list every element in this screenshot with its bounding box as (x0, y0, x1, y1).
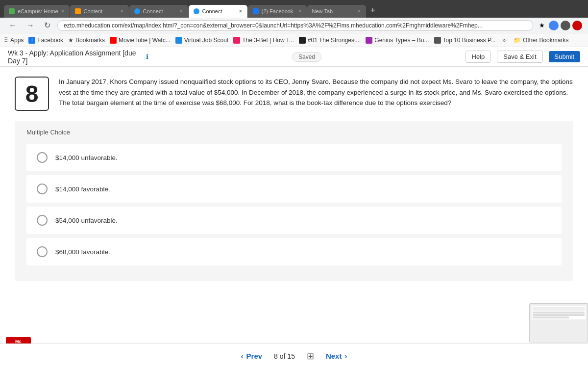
radio-button-2[interactable] (37, 184, 48, 194)
next-arrow-icon: › (344, 352, 347, 360)
tab-favicon (253, 8, 259, 14)
preview-content (532, 306, 586, 319)
extensions-icon (561, 21, 570, 30)
profile-icon (572, 21, 582, 30)
movietube-favicon (110, 37, 117, 44)
tab-close-button[interactable]: × (358, 8, 361, 15)
help-button[interactable]: Help (466, 51, 491, 63)
bookmark-star-icon[interactable]: ★ (537, 21, 547, 30)
question-text: In January 2017, Khors Company issued no… (59, 77, 573, 108)
tab-connect2-active[interactable]: Connect × (189, 5, 247, 18)
top10-favicon (434, 37, 441, 44)
vjs-favicon (175, 37, 182, 44)
save-exit-button[interactable]: Save & Exit (497, 51, 542, 63)
info-icon[interactable]: ℹ (146, 53, 148, 60)
bookmark-3bet[interactable]: The 3-Bet | How T... (233, 37, 294, 44)
tab-close-button[interactable]: × (180, 8, 183, 15)
facebook-favicon: f (28, 37, 35, 44)
prev-button[interactable]: ‹ Prev (241, 352, 263, 360)
tab-newtab[interactable]: New Tab × (307, 5, 366, 18)
bookmark-strongest[interactable]: #01 The Strongest... (299, 37, 361, 44)
radio-button-1[interactable] (37, 152, 48, 163)
option-1-text: $14,000 unfavorable. (55, 154, 118, 161)
3bet-favicon (233, 37, 240, 44)
question-number: 8 (15, 77, 49, 111)
tab-facebook[interactable]: (2) Facebook × (248, 5, 307, 18)
main-content: 8 In January 2017, Khors Company issued … (0, 67, 588, 291)
option-2[interactable]: $14,000 favorable. (26, 175, 562, 203)
tab-close-button[interactable]: × (298, 8, 302, 15)
radio-button-4[interactable] (37, 246, 48, 257)
tab-label: New Tab (312, 8, 333, 14)
tab-label: eCampus: Home (18, 8, 58, 14)
tab-ecampus[interactable]: eCampus: Home × (4, 5, 70, 18)
bookmark-top10[interactable]: Top 10 Business P... (434, 37, 496, 44)
strongest-favicon (299, 37, 306, 44)
preview-thumbnail (529, 303, 588, 342)
prev-arrow-icon: ‹ (241, 352, 244, 360)
grid-icon[interactable]: ⊞ (307, 351, 314, 362)
tab-close-button[interactable]: × (239, 8, 243, 15)
url-bar[interactable]: ezto.mheducation.com/ext/map/index.html?… (57, 20, 533, 31)
option-4[interactable]: $68,000 favorable. (26, 238, 562, 265)
option-2-text: $14,000 favorable. (55, 185, 110, 193)
app-header: Wk 3 - Apply: Application Assignment [du… (0, 47, 588, 67)
tab-label: Connect (202, 8, 222, 14)
browser-tab-bar: eCampus: Home × Content × Connect × Conn… (0, 0, 588, 18)
new-tab-button[interactable]: + (367, 3, 380, 18)
bookmark-apps[interactable]: ⠿ Apps (4, 37, 24, 44)
question-container: 8 In January 2017, Khors Company issued … (15, 77, 573, 111)
saved-status-badge: Saved (292, 52, 321, 62)
google-icon (549, 21, 559, 30)
next-button[interactable]: Next › (326, 352, 347, 360)
bookmark-movietube[interactable]: MovieTube | Watc... (110, 37, 171, 44)
tab-close-button[interactable]: × (61, 8, 65, 15)
option-4-text: $68,000 favorable. (55, 248, 110, 256)
genius-favicon (366, 37, 372, 44)
bookmark-facebook[interactable]: f Facebook (28, 37, 63, 44)
other-bookmarks[interactable]: 📁 Other Bookmarks (514, 37, 568, 44)
tab-content[interactable]: Content × (70, 5, 129, 18)
bookmark-virtual-job-scout[interactable]: Virtual Job Scout (175, 37, 229, 44)
option-1[interactable]: $14,000 unfavorable. (26, 144, 562, 171)
folder-icon: 📁 (514, 37, 521, 44)
assignment-title: Wk 3 - Apply: Application Assignment [du… (8, 49, 140, 65)
footer-navigation: ‹ Prev 8 of 15 ⊞ Next › (0, 343, 588, 368)
address-bar: ← → ↻ ezto.mheducation.com/ext/map/index… (0, 18, 588, 33)
option-3[interactable]: $54,000 unfavorable. (26, 207, 562, 234)
apps-dots-icon: ⠿ (4, 37, 8, 44)
submit-button[interactable]: Submit (549, 51, 580, 62)
tab-label: (2) Facebook (262, 8, 294, 14)
refresh-button[interactable]: ↻ (41, 20, 53, 31)
forward-button[interactable]: → (24, 20, 37, 31)
address-bar-icons: ★ (537, 21, 582, 30)
tabs-container: eCampus: Home × Content × Connect × Conn… (4, 3, 584, 18)
tab-favicon (134, 8, 140, 14)
back-button[interactable]: ← (6, 20, 20, 31)
tab-label: Content (84, 8, 103, 14)
bookmark-genius-types[interactable]: Genius Types – Bu... (366, 37, 429, 44)
tab-favicon (9, 8, 15, 14)
page-indicator: 8 of 15 (274, 352, 295, 360)
bookmarks-bar: ⠿ Apps f Facebook ★ Bookmarks MovieTube … (0, 33, 588, 47)
mc-label: Multiple Choice (26, 129, 562, 136)
option-3-text: $54,000 unfavorable. (55, 217, 118, 224)
tab-favicon (194, 8, 199, 14)
tab-close-button[interactable]: × (121, 8, 124, 15)
bookmarks-overflow-button[interactable]: » (502, 37, 506, 44)
tab-label: Connect (143, 8, 163, 14)
star-icon: ★ (68, 37, 74, 44)
tab-connect1[interactable]: Connect × (129, 5, 188, 18)
bookmark-bookmarks[interactable]: ★ Bookmarks (68, 37, 105, 44)
tab-favicon (75, 8, 81, 14)
radio-button-3[interactable] (37, 215, 48, 226)
multiple-choice-section: Multiple Choice $14,000 unfavorable. $14… (15, 121, 573, 281)
